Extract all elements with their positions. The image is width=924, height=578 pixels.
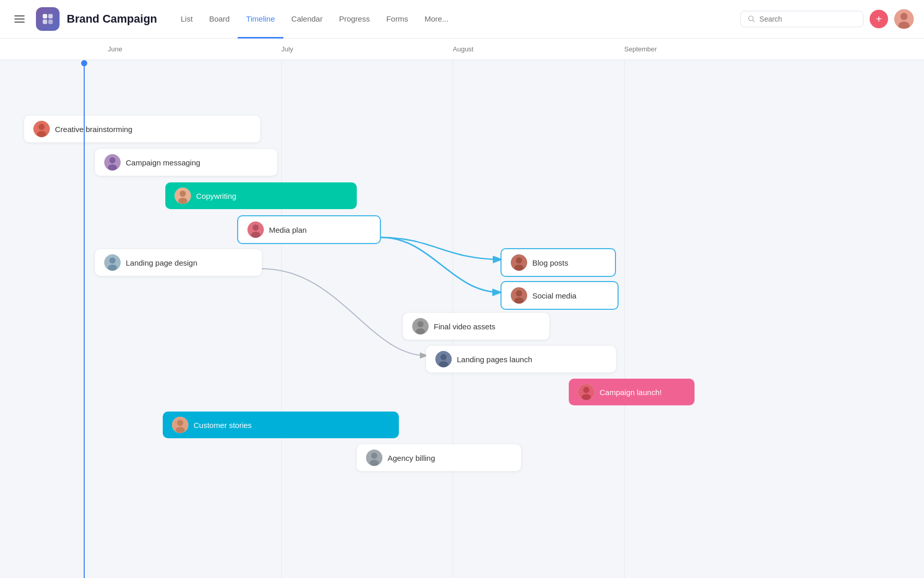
avatar-creative-brainstorming (33, 121, 50, 137)
avatar-customer-stories (172, 417, 188, 433)
svg-rect-5 (43, 20, 47, 24)
svg-rect-0 (14, 15, 25, 16)
svg-point-34 (417, 321, 424, 327)
user-avatar[interactable] (894, 9, 914, 29)
tab-board[interactable]: Board (201, 1, 238, 39)
task-label-final-video-assets: Final video assets (434, 322, 495, 331)
task-landing-page-design[interactable]: Landing page design (95, 249, 262, 276)
svg-point-20 (178, 198, 187, 204)
svg-rect-2 (14, 22, 25, 23)
tab-timeline[interactable]: Timeline (238, 1, 283, 39)
today-dot (81, 60, 87, 66)
svg-point-35 (416, 328, 425, 334)
svg-point-16 (109, 157, 116, 163)
svg-rect-1 (14, 18, 25, 20)
app-icon (36, 7, 60, 31)
topbar-right: + (740, 9, 914, 29)
task-blog-posts[interactable]: Blog posts (500, 248, 616, 277)
project-title: Brand Campaign (67, 12, 157, 26)
task-customer-stories[interactable]: Customer stories (163, 412, 399, 438)
task-label-blog-posts: Blog posts (532, 258, 568, 267)
svg-point-19 (180, 191, 186, 197)
task-label-agency-billing: Agency billing (388, 454, 435, 462)
svg-rect-4 (48, 14, 53, 18)
task-label-landing-pages-launch: Landing pages launch (457, 355, 532, 364)
month-header: June July August September (0, 39, 924, 60)
svg-point-47 (370, 460, 379, 466)
task-label-campaign-messaging: Campaign messaging (126, 158, 200, 167)
svg-point-17 (108, 164, 117, 171)
menu-button[interactable] (10, 10, 29, 28)
month-july: July (281, 45, 293, 53)
grid-line-september (624, 60, 625, 578)
svg-point-43 (177, 420, 183, 426)
task-agency-billing[interactable]: Agency billing (357, 444, 521, 471)
avatar-campaign-launch (578, 384, 594, 400)
grid-line-july (281, 60, 282, 578)
svg-line-8 (753, 20, 754, 22)
topbar: Brand Campaign List Board Timeline Calen… (0, 0, 924, 39)
task-label-customer-stories: Customer stories (194, 421, 252, 430)
task-label-landing-page-design: Landing page design (126, 258, 197, 267)
svg-point-38 (439, 361, 448, 367)
search-input[interactable] (759, 15, 856, 23)
task-label-campaign-launch: Campaign launch! (600, 388, 662, 397)
svg-point-13 (38, 124, 45, 130)
avatar-final-video-assets (412, 318, 429, 334)
task-copywriting[interactable]: Copywriting (165, 182, 357, 209)
svg-point-28 (516, 257, 522, 264)
tab-more[interactable]: More... (416, 1, 457, 39)
svg-point-25 (109, 257, 116, 264)
tab-progress[interactable]: Progress (331, 1, 378, 39)
avatar-campaign-messaging (104, 154, 121, 171)
avatar-landing-page-design (104, 254, 121, 271)
svg-point-32 (514, 297, 524, 304)
month-september: September (624, 45, 657, 53)
task-label-copywriting: Copywriting (196, 192, 236, 200)
task-creative-brainstorming[interactable]: Creative brainstorming (24, 116, 260, 142)
timeline-container: June July August September (0, 39, 924, 578)
task-label-creative-brainstorming: Creative brainstorming (55, 125, 132, 134)
svg-point-41 (582, 394, 591, 400)
avatar-social-media (511, 287, 527, 304)
month-june: June (108, 45, 122, 53)
task-social-media[interactable]: Social media (500, 281, 619, 310)
search-icon (748, 15, 755, 23)
task-campaign-launch[interactable]: Campaign launch! (569, 379, 695, 405)
today-line (84, 60, 85, 578)
avatar-landing-pages-launch (435, 351, 452, 367)
task-final-video-assets[interactable]: Final video assets (403, 313, 549, 340)
search-box[interactable] (740, 11, 863, 27)
svg-point-14 (37, 131, 46, 137)
svg-point-44 (176, 427, 185, 433)
task-label-social-media: Social media (532, 291, 576, 300)
svg-rect-6 (48, 20, 53, 24)
task-landing-pages-launch[interactable]: Landing pages launch (426, 346, 616, 372)
svg-point-46 (371, 453, 377, 459)
tab-list[interactable]: List (172, 1, 201, 39)
task-label-media-plan: Media plan (269, 226, 306, 234)
avatar-blog-posts (511, 254, 527, 271)
task-media-plan[interactable]: Media plan (237, 215, 381, 244)
svg-point-31 (516, 290, 522, 296)
tab-calendar[interactable]: Calendar (283, 1, 331, 39)
svg-point-29 (514, 265, 524, 271)
svg-point-37 (440, 354, 447, 360)
svg-rect-3 (43, 14, 47, 18)
svg-point-40 (583, 387, 589, 393)
svg-point-10 (900, 13, 908, 20)
svg-point-23 (251, 232, 260, 238)
avatar-copywriting (175, 188, 191, 204)
nav-tabs: List Board Timeline Calendar Progress Fo… (172, 0, 457, 38)
task-campaign-messaging[interactable]: Campaign messaging (95, 149, 277, 176)
svg-point-26 (108, 265, 117, 271)
svg-point-22 (253, 225, 259, 231)
avatar-agency-billing (366, 450, 382, 466)
month-august: August (453, 45, 473, 53)
avatar-media-plan (247, 221, 264, 238)
add-button[interactable]: + (870, 10, 888, 28)
tab-forms[interactable]: Forms (378, 1, 416, 39)
